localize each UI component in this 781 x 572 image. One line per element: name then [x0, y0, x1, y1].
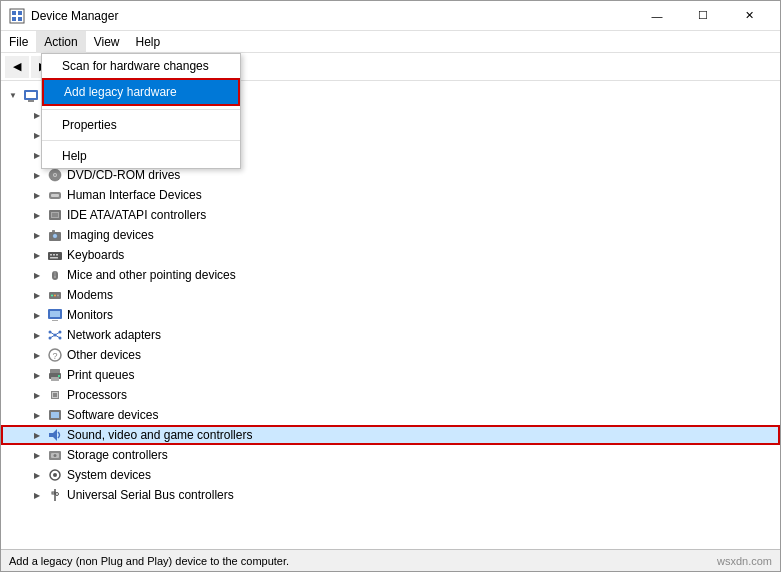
root-expand-arrow: ▼	[5, 87, 21, 103]
menu-scan-hardware[interactable]: Scan for hardware changes	[42, 54, 240, 78]
software-arrow: ▶	[29, 407, 45, 423]
system-icon	[47, 467, 63, 483]
tree-item-storage[interactable]: ▶ Storage controllers	[1, 445, 780, 465]
svg-rect-37	[56, 254, 58, 256]
svg-rect-3	[12, 17, 16, 21]
processors-icon	[47, 387, 63, 403]
svg-rect-11	[26, 92, 36, 98]
svg-point-73	[53, 473, 57, 477]
menu-help[interactable]: Help	[128, 31, 169, 53]
window-icon	[9, 8, 25, 24]
window-title: Device Manager	[31, 9, 118, 23]
tree-item-modems[interactable]: ▶ Modems	[1, 285, 780, 305]
svg-rect-2	[18, 11, 22, 15]
tree-item-print[interactable]: ▶ Print queues	[1, 365, 780, 385]
tree-item-imaging[interactable]: ▶ Imaging devices	[1, 225, 780, 245]
tree-item-mice[interactable]: ▶ Mice and other pointing devices	[1, 265, 780, 285]
svg-line-54	[50, 332, 55, 335]
storage-arrow: ▶	[29, 447, 45, 463]
print-icon	[47, 367, 63, 383]
imaging-label: Imaging devices	[67, 228, 154, 242]
dvd-arrow: ▶	[29, 167, 45, 183]
svg-rect-35	[50, 254, 52, 256]
imaging-icon	[47, 227, 63, 243]
tree-item-usb[interactable]: ▶ Universal Serial Bus controllers	[1, 485, 780, 505]
menu-view[interactable]: View	[86, 31, 128, 53]
device-manager-window: Device Manager — ☐ ✕ File Action View He…	[0, 0, 781, 572]
other-arrow: ▶	[29, 347, 45, 363]
svg-text:?: ?	[52, 351, 57, 361]
tree-item-hid[interactable]: ▶ Human Interface Devices	[1, 185, 780, 205]
svg-point-44	[54, 295, 56, 297]
software-icon	[47, 407, 63, 423]
keyboards-label: Keyboards	[67, 248, 124, 262]
svg-rect-4	[18, 17, 22, 21]
usb-arrow: ▶	[29, 487, 45, 503]
svg-rect-48	[52, 320, 58, 321]
network-icon	[47, 327, 63, 343]
other-label: Other devices	[67, 348, 141, 362]
svg-point-45	[57, 295, 59, 297]
svg-rect-27	[51, 194, 59, 197]
tree-item-network[interactable]: ▶ Network adapters	[1, 325, 780, 345]
minimize-button[interactable]: —	[634, 1, 680, 31]
mice-label: Mice and other pointing devices	[67, 268, 236, 282]
close-button[interactable]: ✕	[726, 1, 772, 31]
tree-item-other[interactable]: ▶ ? Other devices	[1, 345, 780, 365]
keyboards-icon	[47, 247, 63, 263]
svg-line-57	[55, 335, 60, 338]
svg-point-32	[53, 234, 58, 239]
dvd-label: DVD/CD-ROM drives	[67, 168, 180, 182]
storage-icon	[47, 447, 63, 463]
toolbar-back[interactable]: ◀	[5, 56, 29, 78]
menu-add-legacy[interactable]: Add legacy hardware	[42, 78, 240, 106]
modems-arrow: ▶	[29, 287, 45, 303]
print-arrow: ▶	[29, 367, 45, 383]
tree-item-sound[interactable]: ▶ Sound, video and game controllers	[1, 425, 780, 445]
tree-item-ide[interactable]: ▶ IDE ATA/ATAPI controllers	[1, 205, 780, 225]
svg-point-25	[54, 174, 56, 176]
software-label: Software devices	[67, 408, 158, 422]
tree-item-keyboards[interactable]: ▶ Keyboards	[1, 245, 780, 265]
network-label: Network adapters	[67, 328, 161, 342]
menu-help-action[interactable]: Help	[42, 144, 240, 168]
svg-rect-36	[53, 254, 55, 256]
ide-arrow: ▶	[29, 207, 45, 223]
sound-icon	[47, 427, 63, 443]
system-label: System devices	[67, 468, 151, 482]
menu-action[interactable]: Action	[36, 31, 85, 53]
usb-label: Universal Serial Bus controllers	[67, 488, 234, 502]
usb-icon	[47, 487, 63, 503]
status-message: Add a legacy (non Plug and Play) device …	[9, 555, 289, 567]
other-icon: ?	[47, 347, 63, 363]
svg-line-55	[55, 332, 60, 335]
dropdown-separator-2	[42, 140, 240, 141]
tree-item-system[interactable]: ▶ System devices	[1, 465, 780, 485]
svg-point-71	[54, 454, 57, 457]
status-bar: Add a legacy (non Plug and Play) device …	[1, 549, 780, 571]
hid-arrow: ▶	[29, 187, 45, 203]
network-arrow: ▶	[29, 327, 45, 343]
menu-properties[interactable]: Properties	[42, 113, 240, 137]
svg-rect-12	[28, 100, 34, 102]
imaging-arrow: ▶	[29, 227, 45, 243]
menu-file[interactable]: File	[1, 31, 36, 53]
svg-rect-30	[52, 213, 58, 217]
title-bar: Device Manager — ☐ ✕	[1, 1, 780, 31]
sound-arrow: ▶	[29, 427, 45, 443]
sound-label: Sound, video and game controllers	[67, 428, 252, 442]
svg-rect-33	[52, 230, 55, 232]
mice-icon	[47, 267, 63, 283]
svg-rect-66	[53, 393, 57, 397]
svg-rect-68	[51, 412, 59, 418]
tree-item-processors[interactable]: ▶ Processors	[1, 385, 780, 405]
svg-rect-38	[50, 257, 58, 259]
print-label: Print queues	[67, 368, 134, 382]
status-right: wsxdn.com	[717, 555, 772, 567]
system-arrow: ▶	[29, 467, 45, 483]
maximize-button[interactable]: ☐	[680, 1, 726, 31]
svg-rect-62	[51, 377, 59, 381]
svg-point-43	[51, 295, 53, 297]
tree-item-monitors[interactable]: ▶ Monitors	[1, 305, 780, 325]
tree-item-software[interactable]: ▶ Software devices	[1, 405, 780, 425]
